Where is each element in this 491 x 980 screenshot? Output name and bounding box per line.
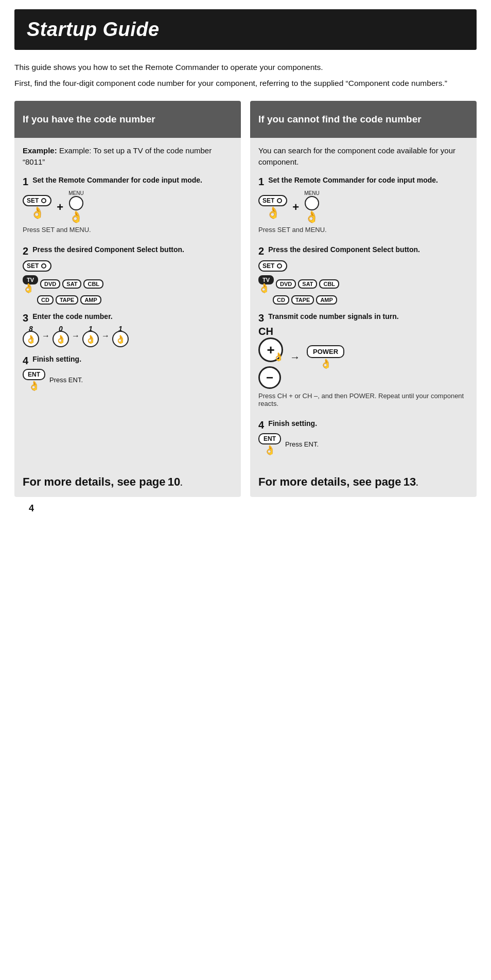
hand-icon-menu: 👌 [69, 210, 83, 224]
left-column-content: Example: Example: To set up a TV of the … [14, 138, 241, 467]
right-step-1: 1 Set the Remote Commander for code inpu… [258, 175, 468, 238]
right-step-4: 4 Finish setting. ENT 👌 Press ENT. [258, 419, 468, 456]
hand-ent-left: 👌 [28, 380, 40, 391]
right-step-1-number: 1 [258, 175, 264, 188]
menu-button [69, 196, 83, 210]
amp-button: AMP [80, 295, 101, 305]
right-step-3-label: Transmit code number signals in turn. [268, 312, 468, 322]
left-step-3-label: Enter the code number. [32, 312, 233, 322]
right-step-2-visual: SET TV 👌 DVD SAT [258, 260, 468, 305]
right-cd-button: CD [273, 295, 289, 305]
left-column: If you have the code number Example: Exa… [14, 101, 241, 497]
hand-icon-set: 👌 [30, 206, 44, 220]
left-step-1-number: 1 [23, 175, 28, 188]
right-set-row: SET [258, 260, 468, 272]
right-plus-sign: + [292, 201, 299, 214]
right-set-dot-2 [277, 263, 282, 269]
left-step-4-press: Press ENT. [49, 376, 83, 384]
set-button-group: SET 👌 [23, 195, 51, 220]
left-step-2-number: 2 [23, 245, 28, 257]
right-set-group: SET 👌 [258, 195, 287, 220]
right-component-row-1: TV 👌 DVD SAT CBL [258, 275, 468, 294]
right-step-1-label: Set the Remote Commander for code input … [268, 175, 468, 186]
right-column-header: If you cannot find the code number [250, 101, 477, 138]
digit-1b: 1 👌 [112, 325, 129, 347]
power-button: POWER [307, 345, 344, 358]
ent-button-left: ENT [23, 369, 45, 380]
digit-1a: 1 👌 [82, 325, 99, 347]
ch-buttons: CH + 👌 − [258, 326, 283, 389]
menu-label: MENU [68, 190, 83, 196]
right-column: If you cannot find the code number You c… [250, 101, 477, 497]
right-step-2-number: 2 [258, 245, 264, 257]
ent-group-right: ENT 👌 [258, 433, 281, 456]
right-menu-label: MENU [304, 190, 319, 196]
left-step-1-press: Press SET and MENU. [23, 226, 233, 234]
arrow-1: → [42, 331, 50, 341]
set-dot-2 [41, 263, 46, 269]
right-tape-button: TAPE [291, 295, 314, 305]
left-bottom-note: For more details, see page 10. [14, 470, 241, 489]
ent-row-left: ENT 👌 Press ENT. [23, 369, 233, 391]
ch-plus-button: + 👌 [258, 337, 283, 362]
right-hand-menu: 👌 [305, 210, 319, 224]
left-column-header: If you have the code number [14, 101, 241, 138]
right-sat-button: SAT [298, 279, 317, 289]
left-step-1-visual: SET 👌 + MENU 👌 [23, 190, 233, 224]
left-step-1: 1 Set the Remote Commander for code inpu… [23, 175, 233, 238]
right-set-btn-2: SET [258, 260, 287, 272]
right-bottom-note: For more details, see page 13. [250, 470, 477, 489]
component-row-1: TV 👌 DVD SAT CBL [23, 275, 233, 294]
set-dot [41, 198, 46, 203]
arrow-2: → [72, 331, 80, 341]
page-title: Startup Guide [27, 19, 464, 41]
left-step-3-number: 3 [23, 312, 28, 324]
left-step-3: 3 Enter the code number. 8 👌 → [23, 312, 233, 348]
ent-group-left: ENT 👌 [23, 369, 45, 391]
right-component-buttons: TV 👌 DVD SAT CBL CD TAPE AMP [258, 275, 468, 305]
tape-button: TAPE [56, 295, 79, 305]
right-step-3: 3 Transmit code number signals in turn. … [258, 312, 468, 412]
right-step-4-number: 4 [258, 419, 264, 431]
ch-label: CH [258, 326, 283, 337]
ch-minus-button: − [258, 366, 281, 389]
ent-row-right: ENT 👌 Press ENT. [258, 433, 468, 456]
right-step-1-visual: SET 👌 + MENU 👌 [258, 190, 468, 224]
right-step-1-press: Press SET and MENU. [258, 226, 468, 234]
intro-paragraph-2: First, find the four-digit component cod… [14, 77, 477, 89]
menu-button-group: MENU 👌 [68, 190, 83, 224]
sat-button: SAT [62, 279, 81, 289]
right-step-4-label: Finish setting. [268, 419, 468, 429]
left-step-4-label: Finish setting. [32, 354, 233, 365]
plus-sign: + [57, 201, 63, 214]
right-tv-btn-group: TV 👌 [258, 275, 274, 294]
arrow-3: → [101, 331, 110, 341]
right-menu-button [305, 196, 319, 210]
digit-0: 0 👌 [52, 325, 69, 347]
right-menu-group: MENU 👌 [304, 190, 319, 224]
left-step-4-number: 4 [23, 354, 28, 367]
left-step-4: 4 Finish setting. ENT 👌 Press ENT. [23, 354, 233, 391]
right-set-dot [277, 198, 282, 203]
right-amp-button: AMP [316, 295, 337, 305]
right-step-3-number: 3 [258, 312, 264, 324]
digit-8: 8 👌 [23, 325, 39, 347]
set-btn-2: SET [23, 260, 51, 272]
right-component-row-2: CD TAPE AMP [273, 295, 468, 305]
right-step-4-press: Press ENT. [285, 440, 319, 448]
right-step-3-press: Press CH + or CH –, and then POWER. Repe… [258, 392, 468, 407]
title-bar: Startup Guide [14, 9, 477, 50]
set-row: SET [23, 260, 233, 272]
digit-row: 8 👌 → 0 👌 → [23, 325, 233, 347]
hand-power: 👌 [320, 358, 331, 369]
cbl-button: CBL [83, 279, 103, 289]
set-button: SET [23, 195, 51, 206]
right-hand-set: 👌 [266, 206, 280, 220]
ch-arrow: → [290, 351, 300, 363]
right-cbl-button: CBL [319, 279, 339, 289]
left-step-2: 2 Press the desired Component Select but… [23, 245, 233, 305]
component-buttons: TV 👌 DVD SAT CBL CD TAPE AMP [23, 275, 233, 305]
component-row-2: CD TAPE AMP [37, 295, 233, 305]
left-step-2-label: Press the desired Component Select butto… [32, 245, 233, 255]
transmit-visual: CH + 👌 − → POWER 👌 [258, 326, 468, 389]
